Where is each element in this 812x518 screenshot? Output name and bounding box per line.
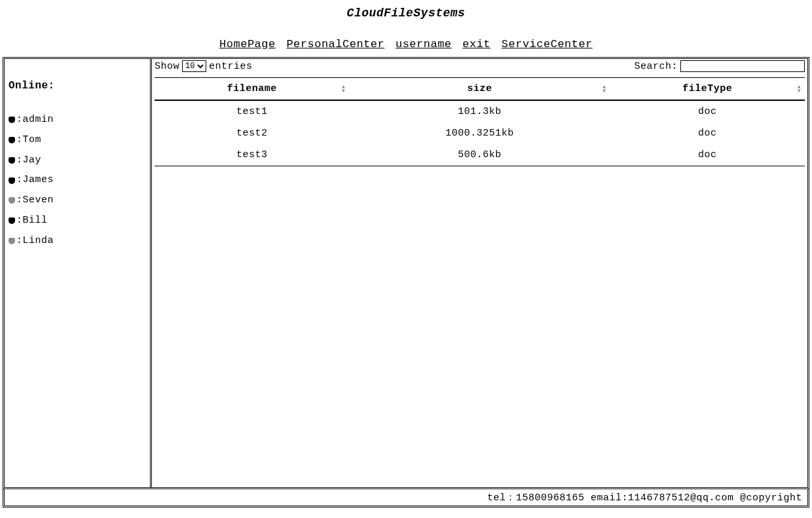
cell-fileType: doc — [610, 144, 805, 166]
entries-select[interactable]: 10 — [182, 60, 206, 72]
file-table: filename▲▼size▲▼fileType▲▼ test1101.3kbd… — [155, 77, 805, 166]
online-user[interactable]: :James — [5, 170, 150, 191]
presence-online-icon — [9, 157, 15, 164]
cell-size: 1000.3251kb — [349, 122, 610, 144]
col-label: fileType — [682, 83, 732, 94]
online-user[interactable]: :Bill — [5, 211, 150, 231]
presence-offline-icon — [9, 238, 15, 244]
cell-size: 500.6kb — [349, 144, 610, 166]
cell-filename: test1 — [155, 100, 349, 122]
online-user[interactable]: :Jay — [5, 151, 150, 171]
show-label: Show — [155, 61, 179, 72]
sort-icon[interactable]: ▲▼ — [798, 85, 801, 93]
nav-homepage[interactable]: HomePage — [219, 38, 276, 50]
online-user[interactable]: :Seven — [5, 191, 150, 211]
col-fileType[interactable]: fileType▲▼ — [610, 78, 805, 101]
nav-servicecenter[interactable]: ServiceCenter — [502, 38, 593, 50]
nav-username[interactable]: username — [396, 38, 452, 50]
main-frame: Online: :admin:Tom:Jay:James:Seven:Bill:… — [3, 57, 809, 489]
online-user-name: :James — [16, 172, 54, 189]
nav-personalcenter[interactable]: PersonalCenter — [286, 38, 384, 50]
cell-filename: test2 — [155, 122, 349, 144]
cell-size: 101.3kb — [349, 100, 610, 122]
cell-filename: test3 — [155, 144, 349, 166]
table-toolbar: Show 10 entries Search: — [152, 59, 807, 73]
table-row[interactable]: test21000.3251kbdoc — [155, 122, 805, 144]
table-row[interactable]: test3500.6kbdoc — [155, 144, 805, 166]
online-user[interactable]: :admin — [5, 110, 150, 130]
main-panel: Show 10 entries Search: filename▲▼size▲▼… — [152, 59, 807, 487]
entries-label: entries — [209, 61, 253, 72]
cell-fileType: doc — [610, 100, 805, 122]
footer: tel：15800968165 email:1146787512@qq.com … — [3, 489, 809, 508]
nav-exit[interactable]: exit — [462, 38, 490, 50]
search-label: Search: — [634, 61, 678, 72]
online-user-name: :Tom — [16, 132, 41, 149]
online-user-name: :Linda — [16, 233, 54, 250]
table-row[interactable]: test1101.3kbdoc — [155, 100, 805, 122]
presence-offline-icon — [9, 197, 15, 204]
cell-fileType: doc — [610, 122, 805, 144]
col-filename[interactable]: filename▲▼ — [155, 78, 349, 101]
sort-icon[interactable]: ▲▼ — [602, 85, 606, 93]
col-label: filename — [227, 83, 277, 94]
search-input[interactable] — [680, 60, 805, 72]
online-user[interactable]: :Linda — [5, 231, 150, 251]
page-title: CloudFileSystems — [0, 7, 812, 20]
col-size[interactable]: size▲▼ — [349, 78, 610, 101]
online-user-name: :admin — [16, 112, 54, 128]
online-user[interactable]: :Tom — [5, 130, 150, 151]
online-user-name: :Seven — [16, 193, 54, 209]
col-label: size — [467, 83, 492, 94]
presence-online-icon — [9, 117, 15, 123]
presence-online-icon — [9, 217, 15, 224]
sort-icon[interactable]: ▲▼ — [342, 85, 345, 93]
online-user-name: :Bill — [16, 213, 48, 229]
online-header: Online: — [5, 60, 150, 110]
online-user-name: :Jay — [16, 153, 41, 169]
presence-online-icon — [9, 137, 15, 143]
top-nav: HomePage PersonalCenter username exit Se… — [0, 38, 812, 50]
sidebar: Online: :admin:Tom:Jay:James:Seven:Bill:… — [5, 59, 152, 487]
presence-online-icon — [9, 177, 15, 184]
